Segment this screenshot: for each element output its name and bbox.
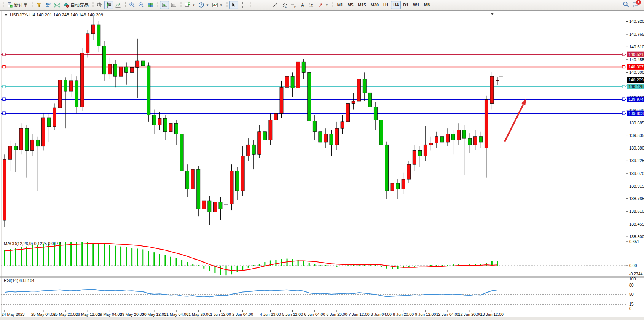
candle[interactable] xyxy=(14,146,18,150)
tile-windows-button[interactable] xyxy=(146,1,155,9)
vline-button[interactable] xyxy=(252,1,261,9)
candle[interactable] xyxy=(402,179,405,189)
cursor-button[interactable] xyxy=(229,1,238,9)
timeframe-h4[interactable]: H4 xyxy=(391,1,401,9)
candle[interactable] xyxy=(64,80,67,91)
candle[interactable] xyxy=(30,140,34,150)
candle[interactable] xyxy=(241,156,244,191)
candle[interactable] xyxy=(53,108,56,127)
candle[interactable] xyxy=(130,67,134,72)
timeframe-m1[interactable]: M1 xyxy=(335,1,345,9)
candle[interactable] xyxy=(108,64,112,74)
crosshair-button[interactable] xyxy=(238,1,247,9)
candle[interactable] xyxy=(324,134,327,142)
candle[interactable] xyxy=(424,145,427,156)
candle[interactable] xyxy=(418,150,422,156)
candle[interactable] xyxy=(396,183,400,189)
candle[interactable] xyxy=(102,46,106,74)
candle[interactable] xyxy=(8,146,12,160)
autoscroll-button[interactable] xyxy=(160,1,169,9)
candle[interactable] xyxy=(19,128,23,150)
candle[interactable] xyxy=(58,80,62,108)
price-chart[interactable]: 140.920140.765140.610140.455140.300140.1… xyxy=(0,10,644,320)
candle[interactable] xyxy=(407,164,411,179)
candle[interactable] xyxy=(385,145,388,191)
candle[interactable] xyxy=(374,107,377,120)
label-button[interactable]: T xyxy=(307,1,316,9)
candle[interactable] xyxy=(274,113,277,120)
candle[interactable] xyxy=(285,76,289,87)
line-handle-icon[interactable] xyxy=(622,85,625,88)
candle[interactable] xyxy=(141,61,145,66)
timeframe-h1[interactable]: H1 xyxy=(381,1,391,9)
autotrade-button[interactable]: 自动交易 xyxy=(62,1,90,9)
candle[interactable] xyxy=(291,76,294,88)
timeframe-m5[interactable]: M5 xyxy=(345,1,355,9)
candle[interactable] xyxy=(462,130,466,138)
chart-window[interactable]: 140.920140.765140.610140.455140.300140.1… xyxy=(0,10,644,320)
line-handle-icon[interactable] xyxy=(3,98,5,100)
candle[interactable] xyxy=(230,171,233,204)
candle[interactable] xyxy=(457,130,461,140)
candle[interactable] xyxy=(202,201,206,209)
candle[interactable] xyxy=(319,132,322,142)
line-handle-icon[interactable] xyxy=(622,65,625,68)
arrows-button[interactable]: ▼ xyxy=(316,1,330,9)
candle[interactable] xyxy=(47,118,51,127)
candle[interactable] xyxy=(136,61,139,67)
candle[interactable] xyxy=(352,101,355,103)
candle[interactable] xyxy=(147,66,150,115)
new-order-button[interactable]: 新订单 xyxy=(5,1,29,9)
candle[interactable] xyxy=(119,67,123,76)
candle[interactable] xyxy=(269,120,272,140)
candle[interactable] xyxy=(496,80,499,81)
candle[interactable] xyxy=(490,76,494,103)
candle[interactable] xyxy=(473,137,477,145)
line-handle-icon[interactable] xyxy=(3,85,5,88)
candle[interactable] xyxy=(252,145,255,154)
funnel-button[interactable] xyxy=(34,1,43,9)
templates-button[interactable]: ▼ xyxy=(210,1,224,9)
candle[interactable] xyxy=(3,159,6,220)
line-handle-icon[interactable] xyxy=(3,65,5,68)
candle[interactable] xyxy=(152,115,156,125)
candle[interactable] xyxy=(213,202,217,212)
trendline-button[interactable] xyxy=(271,1,280,9)
fibonacci-button[interactable]: F xyxy=(289,1,298,9)
text-button[interactable]: A xyxy=(298,1,307,9)
candlestick-button[interactable] xyxy=(104,1,113,9)
candle[interactable] xyxy=(413,150,416,164)
signals-button[interactable] xyxy=(53,1,62,9)
candle[interactable] xyxy=(308,72,311,121)
hline-button[interactable] xyxy=(261,1,271,9)
candle[interactable] xyxy=(451,134,455,140)
candle[interactable] xyxy=(191,169,194,189)
candle[interactable] xyxy=(219,202,222,209)
candle[interactable] xyxy=(36,140,40,146)
candle[interactable] xyxy=(446,134,450,142)
candle[interactable] xyxy=(302,62,305,72)
timeframe-mn[interactable]: MN xyxy=(422,1,433,9)
indicators-button[interactable]: ▼ xyxy=(183,1,197,9)
candle[interactable] xyxy=(80,53,84,107)
candle[interactable] xyxy=(435,137,438,143)
line-handle-icon[interactable] xyxy=(622,112,625,115)
periods-button[interactable]: ▼ xyxy=(197,1,210,9)
candle[interactable] xyxy=(163,118,167,132)
chart-shift-button[interactable] xyxy=(169,1,178,9)
candle[interactable] xyxy=(114,64,117,76)
candle[interactable] xyxy=(468,138,472,145)
line-handle-icon[interactable] xyxy=(622,53,625,56)
candle[interactable] xyxy=(263,132,266,140)
candle[interactable] xyxy=(197,169,200,209)
candle[interactable] xyxy=(180,134,183,171)
candle[interactable] xyxy=(429,143,433,145)
line-handle-icon[interactable] xyxy=(3,53,5,56)
candle[interactable] xyxy=(440,137,444,142)
candle[interactable] xyxy=(296,62,300,88)
candle[interactable] xyxy=(91,25,95,34)
bar-chart-button[interactable] xyxy=(95,1,104,9)
candle[interactable] xyxy=(485,100,488,148)
zoom-in-button[interactable] xyxy=(128,1,137,9)
candle[interactable] xyxy=(313,121,316,132)
